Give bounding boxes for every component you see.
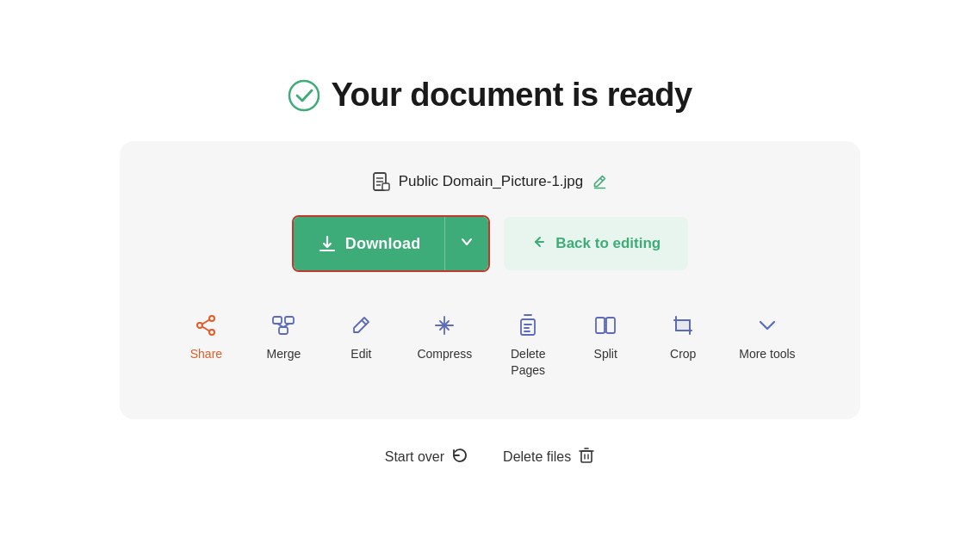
back-to-editing-button[interactable]: Back to editing (504, 217, 688, 270)
tool-merge[interactable]: Merge (245, 303, 322, 368)
chevron-down-icon (461, 236, 473, 251)
delete-pages-icon (512, 310, 543, 341)
more-tools-icon (752, 310, 783, 341)
main-card: Public Domain_Picture-1.jpg (120, 141, 860, 418)
svg-rect-15 (273, 317, 282, 324)
actions-row: Download Back (292, 215, 688, 272)
page-wrapper: Your document is ready Public Domain_Pic… (0, 42, 980, 501)
svg-rect-39 (676, 320, 690, 331)
arrow-left-icon (531, 234, 547, 254)
tool-delete-pages[interactable]: DeletePages (489, 303, 567, 384)
download-button-wrapper: Download (292, 215, 491, 272)
trash-icon (578, 447, 595, 467)
svg-rect-5 (382, 183, 389, 190)
compress-label: Compress (417, 346, 472, 362)
svg-point-12 (197, 323, 202, 328)
edit-label: Edit (350, 346, 371, 362)
share-label: Share (190, 346, 222, 362)
more-tools-label: More tools (739, 346, 795, 362)
title-row: Your document is ready (288, 77, 692, 114)
svg-rect-16 (285, 317, 294, 324)
page-title: Your document is ready (331, 77, 692, 114)
edit-filename-icon[interactable] (592, 174, 607, 189)
tool-share[interactable]: Share (167, 303, 245, 368)
svg-rect-33 (606, 318, 615, 333)
svg-rect-27 (521, 319, 535, 335)
delete-files-label: Delete files (503, 449, 571, 465)
download-main-button[interactable]: Download (294, 217, 445, 270)
bottom-actions: Start over Delete files (385, 447, 596, 467)
svg-rect-40 (581, 451, 592, 462)
tool-edit[interactable]: Edit (322, 303, 400, 368)
crop-label: Crop (670, 346, 696, 362)
tool-crop[interactable]: Crop (644, 303, 722, 368)
split-label: Split (594, 346, 617, 362)
filename-text: Public Domain_Picture-1.jpg (399, 173, 584, 190)
file-icon (373, 172, 390, 191)
svg-point-11 (209, 330, 214, 335)
tool-more-tools[interactable]: More tools (722, 303, 812, 368)
merge-icon (268, 310, 299, 341)
download-dropdown-button[interactable] (444, 217, 488, 270)
success-check-icon (288, 79, 320, 112)
download-icon (318, 234, 337, 253)
svg-line-6 (600, 178, 603, 181)
delete-pages-label: DeletePages (511, 346, 545, 377)
start-over-button[interactable]: Start over (385, 447, 468, 467)
delete-files-button[interactable]: Delete files (503, 447, 595, 467)
restart-icon (451, 447, 468, 467)
svg-rect-32 (596, 318, 605, 333)
compress-icon (429, 310, 460, 341)
svg-line-13 (202, 320, 209, 325)
tools-row: Share Merge (154, 303, 826, 384)
edit-icon (345, 310, 376, 341)
merge-label: Merge (267, 346, 301, 362)
tool-compress[interactable]: Compress (400, 303, 489, 368)
share-icon (190, 310, 221, 341)
start-over-label: Start over (385, 449, 444, 465)
svg-line-14 (202, 327, 209, 331)
svg-line-20 (362, 320, 366, 325)
svg-point-0 (289, 81, 319, 110)
crop-icon (667, 310, 698, 341)
svg-rect-17 (279, 327, 288, 334)
svg-point-10 (209, 316, 214, 321)
filename-row: Public Domain_Picture-1.jpg (373, 172, 608, 191)
split-icon (590, 310, 621, 341)
tool-split[interactable]: Split (567, 303, 644, 368)
